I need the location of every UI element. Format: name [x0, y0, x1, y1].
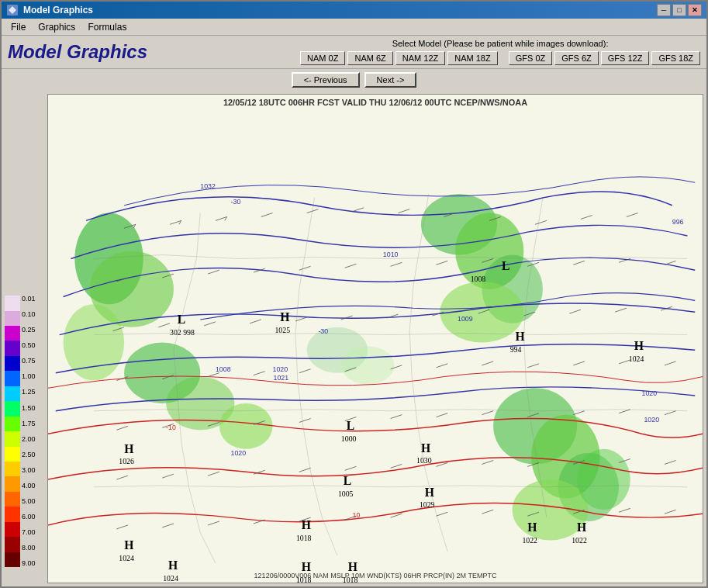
previous-button[interactable]: <- Previous [292, 72, 360, 88]
svg-text:1010: 1010 [383, 251, 399, 258]
title-bar-left: Model Graphics [6, 4, 93, 16]
svg-text:H: H [168, 559, 178, 572]
map-container: 12/05/12 18UTC 006HR FCST VALID THU 12/0… [47, 94, 703, 583]
svg-text:-30: -30 [231, 198, 241, 206]
svg-text:H: H [634, 339, 644, 352]
nam6z-button[interactable]: NAM 6Z [347, 51, 392, 65]
close-button[interactable]: ✕ [688, 4, 702, 16]
nam12z-button[interactable]: NAM 12Z [395, 51, 445, 65]
model-select-label: Select Model (Please be patient while im… [392, 39, 609, 48]
svg-text:1009: 1009 [458, 315, 473, 323]
svg-text:1000: 1000 [341, 434, 357, 443]
legend-label: 0.10 [22, 311, 36, 318]
window-title: Model Graphics [23, 5, 93, 16]
svg-text:H: H [527, 521, 537, 534]
svg-text:H: H [124, 442, 133, 455]
nam0z-button[interactable]: NAM 0Z [300, 51, 345, 65]
svg-text:1018: 1018 [296, 534, 312, 542]
svg-text:1020: 1020 [231, 449, 247, 457]
legend: 9.008.007.006.005.004.003.002.502.001.75… [5, 94, 47, 583]
svg-point-18 [341, 346, 395, 384]
content-area: 9.008.007.006.005.004.003.002.502.001.75… [2, 91, 706, 586]
svg-text:994: 994 [510, 345, 522, 354]
legend-label: 5.00 [22, 498, 36, 505]
svg-text:10: 10 [353, 511, 361, 519]
legend-label: 2.50 [22, 451, 36, 458]
svg-text:1025: 1025 [275, 326, 290, 334]
svg-text:1005: 1005 [338, 489, 354, 498]
title-bar-buttons: ─ □ ✕ [657, 4, 702, 16]
svg-text:1020: 1020 [273, 365, 288, 373]
svg-text:1024: 1024 [163, 574, 178, 583]
svg-text:H: H [280, 310, 289, 323]
svg-text:1024: 1024 [119, 554, 134, 562]
nav-row: <- Previous Next -> [2, 69, 706, 91]
svg-text:1032: 1032 [200, 182, 216, 190]
svg-text:-10: -10 [166, 424, 176, 431]
legend-label: 2.00 [22, 436, 36, 443]
svg-text:1021: 1021 [273, 374, 288, 382]
menu-item-file[interactable]: File [5, 20, 32, 34]
svg-text:1008: 1008 [216, 365, 231, 373]
svg-text:1020: 1020 [644, 416, 659, 424]
nam-buttons-row: NAM 0Z NAM 6Z NAM 12Z NAM 18Z GFS 0Z GFS… [300, 51, 700, 65]
gfs0z-button[interactable]: GFS 0Z [509, 51, 553, 65]
legend-label: 0.50 [22, 342, 36, 349]
legend-label: 3.00 [22, 467, 36, 474]
gfs12z-button[interactable]: GFS 12Z [601, 51, 650, 65]
svg-text:L: L [347, 419, 354, 432]
legend-bar [5, 296, 20, 567]
svg-point-4 [64, 304, 125, 380]
nam18z-button[interactable]: NAM 18Z [447, 51, 497, 65]
toolbar: Model Graphics Select Model (Please be p… [2, 36, 706, 69]
legend-bar-container: 9.008.007.006.005.004.003.002.502.001.75… [5, 296, 47, 567]
window-icon [6, 4, 19, 16]
svg-text:H: H [421, 441, 430, 455]
svg-text:996: 996 [672, 218, 684, 226]
svg-text:H: H [516, 330, 525, 343]
svg-text:L: L [502, 259, 509, 272]
menu-bar: File Graphics Formulas [2, 19, 706, 36]
legend-label: 1.25 [22, 389, 36, 396]
menu-item-graphics[interactable]: Graphics [32, 20, 81, 34]
svg-text:H: H [124, 538, 133, 552]
gfs18z-button[interactable]: GFS 18Z [651, 51, 700, 65]
legend-label: 1.75 [22, 420, 36, 427]
legend-label: 1.50 [22, 405, 36, 412]
legend-label: 9.00 [22, 560, 36, 567]
svg-text:H: H [577, 521, 586, 534]
weather-map-svg: L 302 998 L 1000 L 1005 L 1008 H 1025 H … [48, 95, 703, 583]
legend-label: 0.75 [22, 358, 36, 365]
svg-text:1020: 1020 [641, 389, 657, 397]
svg-text:1026: 1026 [119, 457, 134, 465]
legend-label: 0.25 [22, 327, 36, 334]
menu-item-formulas[interactable]: Formulas [81, 20, 133, 34]
model-select-area: Select Model (Please be patient while im… [300, 39, 700, 65]
svg-text:302 998: 302 998 [170, 328, 195, 337]
minimize-button[interactable]: ─ [657, 4, 671, 16]
svg-text:1022: 1022 [572, 536, 587, 545]
legend-label: 0.01 [22, 296, 36, 303]
legend-label: 6.00 [22, 514, 36, 521]
legend-label: 4.00 [22, 483, 36, 489]
main-window: Model Graphics ─ □ ✕ File Graphics Formu… [0, 0, 708, 588]
svg-text:1024: 1024 [629, 355, 644, 363]
legend-labels: 9.008.007.006.005.004.003.002.502.001.75… [20, 296, 36, 567]
svg-point-7 [219, 403, 273, 449]
page-title: Model Graphics [8, 41, 147, 63]
svg-point-16 [577, 449, 630, 510]
map-subtitle: 121206/0000V006 NAM MSLP 10M WND(KTS) 06… [254, 572, 497, 579]
svg-text:1022: 1022 [522, 536, 537, 545]
gfs6z-button[interactable]: GFS 6Z [554, 51, 599, 65]
svg-text:L: L [344, 474, 351, 487]
svg-text:1008: 1008 [471, 275, 486, 283]
title-bar: Model Graphics ─ □ ✕ [2, 2, 706, 19]
legend-label: 7.00 [22, 529, 36, 536]
svg-text:H: H [302, 518, 311, 531]
svg-text:1029: 1029 [420, 500, 435, 509]
legend-label: 8.00 [22, 545, 36, 552]
map-title: 12/05/12 18UTC 006HR FCST VALID THU 12/0… [223, 98, 527, 107]
maximize-button[interactable]: □ [672, 4, 686, 16]
next-button[interactable]: Next -> [364, 72, 417, 88]
legend-label: 1.00 [22, 373, 36, 380]
